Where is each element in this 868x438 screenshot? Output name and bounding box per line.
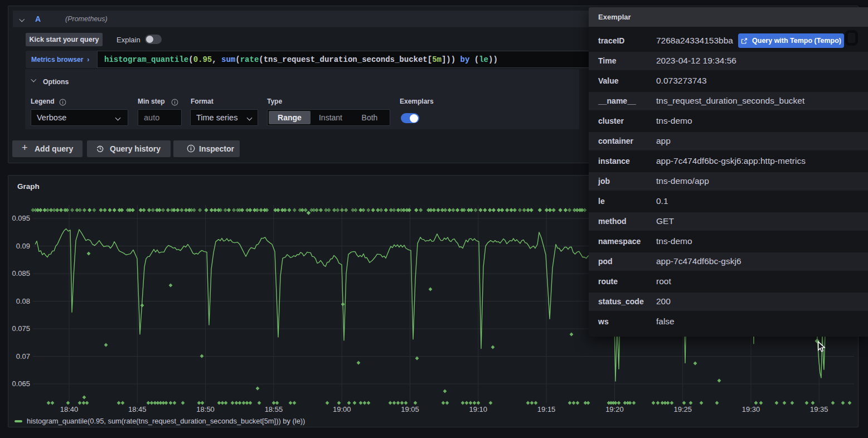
svg-text:0.07: 0.07 bbox=[16, 352, 30, 361]
svg-text:0.075: 0.075 bbox=[12, 324, 30, 333]
svg-text:19:10: 19:10 bbox=[469, 405, 488, 413]
svg-text:0.08: 0.08 bbox=[16, 297, 30, 305]
svg-text:18:55: 18:55 bbox=[265, 405, 283, 413]
svg-text:19:15: 19:15 bbox=[537, 405, 556, 413]
svg-text:18:50: 18:50 bbox=[196, 405, 215, 413]
svg-text:19:35: 19:35 bbox=[810, 405, 828, 413]
svg-text:0.085: 0.085 bbox=[12, 269, 30, 278]
svg-text:0.09: 0.09 bbox=[16, 242, 30, 250]
svg-text:19:00: 19:00 bbox=[333, 405, 351, 413]
svg-text:0.095: 0.095 bbox=[12, 214, 30, 222]
svg-text:19:20: 19:20 bbox=[605, 405, 624, 413]
svg-text:19:05: 19:05 bbox=[401, 405, 419, 413]
svg-text:19:30: 19:30 bbox=[742, 405, 760, 413]
svg-text:18:45: 18:45 bbox=[128, 405, 147, 413]
svg-text:19:25: 19:25 bbox=[673, 405, 692, 413]
svg-text:18:40: 18:40 bbox=[60, 405, 79, 413]
svg-text:0.065: 0.065 bbox=[12, 379, 30, 388]
